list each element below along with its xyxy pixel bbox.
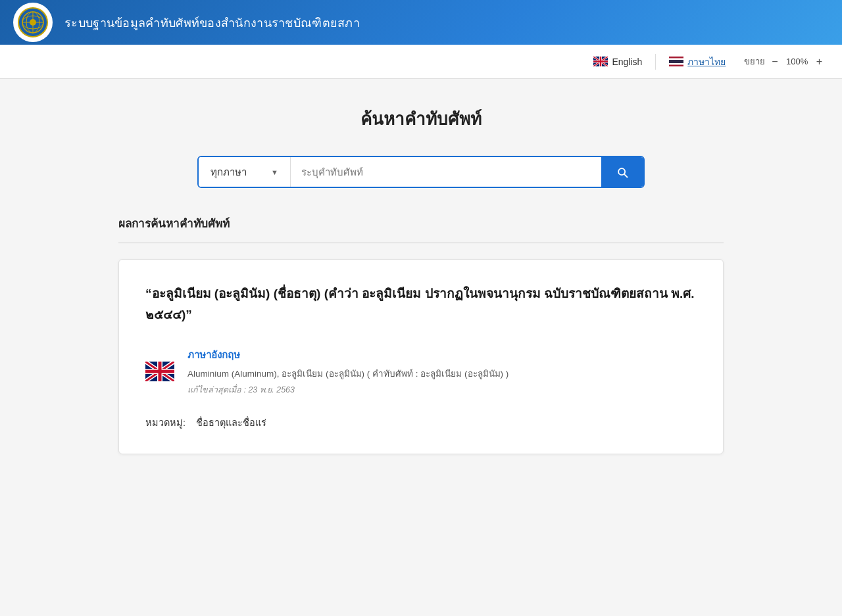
page-title: ค้นหาคำทับศัพท์ (118, 105, 724, 132)
language-dropdown[interactable]: ทุกภาษา ▼ (199, 157, 291, 187)
main-content: ค้นหาคำทับศัพท์ ทุกภาษา ▼ ผลการค้นหาคำทั… (105, 79, 737, 481)
header-title: ระบบฐานข้อมูลคำทับศัพท์ของสำนักงานราชบัณ… (64, 13, 360, 32)
svg-rect-10 (669, 60, 683, 63)
results-divider (118, 243, 724, 243)
zoom-controls: ขยาย − 100% + (744, 55, 826, 69)
translation-text: Aluminium (Aluminum), อะลูมิเนียม (อะลูม… (187, 367, 697, 381)
results-section: ผลการค้นหาคำทับศัพท์ “อะลูมิเนียม (อะลูม… (118, 214, 724, 454)
zoom-out-button[interactable]: − (768, 55, 781, 69)
category-label: หมวดหมู่: (145, 415, 186, 430)
thai-label: ภาษาไทย (687, 55, 726, 69)
language-details: ภาษาอังกฤษ Aluminium (Aluminum), อะลูมิเ… (187, 347, 697, 397)
zoom-percent: 100% (785, 57, 810, 66)
language-name: ภาษาอังกฤษ (187, 347, 697, 363)
site-logo (13, 3, 53, 42)
english-label: English (612, 57, 642, 67)
zoom-in-button[interactable]: + (812, 55, 826, 69)
zoom-text-label: ขยาย (744, 55, 765, 68)
english-flag-icon (593, 57, 608, 66)
language-dropdown-value: ทุกภาษา (210, 164, 247, 180)
site-header: ระบบฐานข้อมูลคำทับศัพท์ของสำนักงานราชบัณ… (0, 0, 842, 45)
search-button[interactable] (601, 157, 643, 187)
last-updated: แก้ไขล่าสุดเมื่อ : 23 พ.ย. 2563 (187, 383, 697, 396)
uk-flag-icon (145, 362, 174, 381)
search-bar: ทุกภาษา ▼ (197, 156, 645, 188)
thai-lang-button[interactable]: ภาษาไทย (661, 51, 733, 73)
lang-separator (655, 54, 656, 70)
uk-flag-wrap (145, 362, 174, 381)
result-card: “อะลูมิเนียม (อะลูมินัม) (ชื่อธาตุ) (คำว… (118, 259, 724, 454)
search-input[interactable] (291, 157, 601, 187)
category-row: หมวดหมู่: ชื่อธาตุและชื่อแร่ (145, 415, 697, 430)
chevron-down-icon: ▼ (271, 168, 278, 176)
result-quote: “อะลูมิเนียม (อะลูมินัม) (ชื่อธาตุ) (คำว… (145, 283, 697, 326)
category-value: ชื่อธาตุและชื่อแร่ (196, 415, 266, 430)
results-label: ผลการค้นหาคำทับศัพท์ (118, 214, 724, 232)
search-icon (616, 166, 629, 179)
language-result-section: ภาษาอังกฤษ Aluminium (Aluminum), อะลูมิเ… (145, 347, 697, 397)
language-navbar: English ภาษาไทย ขยาย − 100% + (0, 45, 842, 79)
english-lang-button[interactable]: English (585, 53, 650, 71)
thai-flag-icon (669, 57, 683, 66)
